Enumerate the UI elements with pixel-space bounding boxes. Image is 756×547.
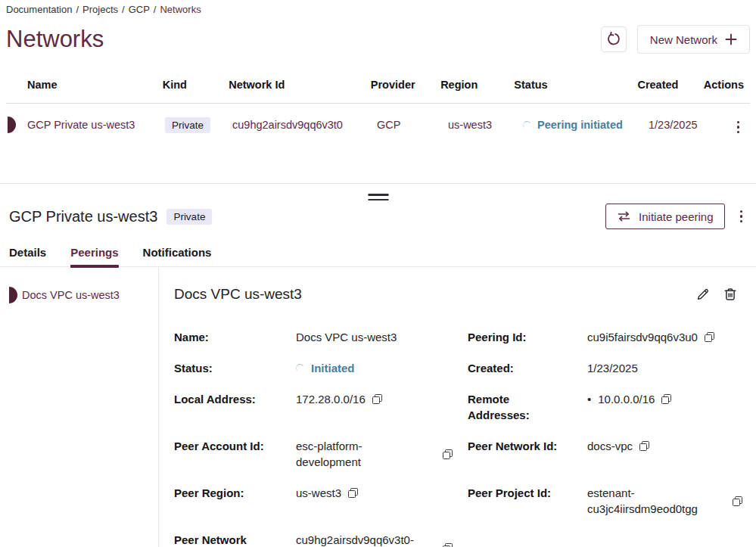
table-row[interactable]: GCP Private us-west3 Private cu9hg2airsd…: [6, 104, 750, 146]
networks-table: Name Kind Network Id Provider Region Sta…: [6, 66, 750, 146]
column-header-provider: Provider: [371, 79, 440, 91]
peering-name-label: Docs VPC us-west3: [22, 289, 120, 301]
peering-detail-header: Docs VPC us-west3: [174, 285, 750, 303]
top-section: Documentation/Projects/GCP/Networks Netw…: [0, 0, 756, 146]
field-label-status: Status:: [174, 360, 296, 376]
peering-marker-icon: [9, 287, 17, 303]
column-header-created: Created: [637, 79, 703, 91]
tab-details[interactable]: Details: [9, 238, 46, 266]
initiate-peering-label: Initiate peering: [639, 210, 713, 223]
copy-icon[interactable]: [372, 394, 382, 404]
breadcrumb-separator: /: [154, 4, 157, 15]
field-label-peering-id: Peering Id:: [468, 329, 587, 345]
field-value-peer-region: us-west3: [296, 485, 468, 501]
field-label-peer-project-id: Peer Project Id:: [468, 485, 587, 501]
field-value-peer-project-id: estenant-cu3jc4iirsdm9eod0tgg: [587, 485, 750, 517]
initiate-peering-button[interactable]: Initiate peering: [605, 204, 724, 229]
cell-region: us-west3: [448, 119, 523, 131]
refresh-icon: [606, 32, 621, 47]
cell-provider: GCP: [377, 119, 448, 131]
field-label-peer-account-id: Peer Account Id:: [174, 438, 296, 454]
plus-icon: [725, 33, 737, 45]
field-label-peer-network-name: Peer Network Name:: [174, 532, 296, 547]
network-marker-icon: [8, 117, 16, 133]
cell-status: Peering initiated: [523, 119, 649, 131]
network-detail-panel: GCP Private us-west3 Private Initiate pe…: [0, 183, 756, 547]
field-value-name: Docs VPC us-west3: [296, 329, 468, 345]
networks-table-header: Name Kind Network Id Provider Region Sta…: [6, 66, 750, 104]
field-label-name: Name:: [174, 329, 296, 345]
field-label-peer-network-id: Peer Network Id:: [468, 438, 587, 454]
panel-kind-badge: Private: [166, 209, 212, 225]
field-label-remote-addresses: Remote Addresses:: [468, 391, 587, 423]
copy-icon[interactable]: [661, 394, 671, 404]
tab-peerings[interactable]: Peerings: [70, 238, 118, 266]
copy-icon[interactable]: [443, 543, 453, 547]
page-header: Networks New Network: [6, 23, 750, 55]
sidebar-item-docs-vpc[interactable]: Docs VPC us-west3: [0, 287, 158, 303]
refresh-button[interactable]: [601, 26, 627, 52]
peering-detail-title: Docs VPC us-west3: [174, 285, 302, 303]
field-value-created: 1/23/2025: [587, 360, 750, 376]
page-title: Networks: [6, 24, 104, 54]
cell-kind: Private: [165, 117, 232, 133]
swap-arrows-icon: [617, 211, 631, 222]
field-value-status: Initiated: [296, 360, 468, 376]
field-label-local-address: Local Address:: [174, 391, 296, 407]
field-label-created: Created:: [468, 360, 587, 376]
peering-detail-grid: Name: Docs VPC us-west3 Peering Id: cu9i…: [174, 329, 750, 547]
panel-title: GCP Private us-west3: [9, 206, 157, 227]
panel-header: GCP Private us-west3 Private Initiate pe…: [0, 184, 756, 229]
breadcrumb-item-projects[interactable]: Projects: [82, 4, 118, 15]
cell-created: 1/23/2025: [649, 119, 716, 131]
pencil-icon: [695, 287, 711, 302]
new-network-button[interactable]: New Network: [637, 25, 750, 54]
panel-actions: Initiate peering: [605, 204, 747, 229]
row-kebab-menu-icon[interactable]: [733, 118, 745, 137]
peering-detail-actions: [694, 285, 750, 303]
cell-network-name[interactable]: GCP Private us-west3: [27, 119, 165, 131]
status-spinner-icon: [522, 120, 531, 129]
column-header-actions: Actions: [704, 79, 750, 91]
trash-icon: [723, 287, 738, 302]
copy-icon[interactable]: [639, 441, 649, 451]
tab-notifications[interactable]: Notifications: [143, 238, 212, 266]
column-header-network-id: Network Id: [229, 79, 371, 91]
kind-badge: Private: [165, 117, 210, 133]
bullet-icon: •: [587, 391, 591, 407]
column-header-name: Name: [27, 79, 163, 91]
copy-icon[interactable]: [443, 449, 453, 459]
new-network-label: New Network: [650, 33, 717, 46]
copy-icon[interactable]: [705, 332, 714, 342]
copy-icon[interactable]: [733, 496, 742, 506]
breadcrumb-item-networks: Networks: [160, 4, 201, 15]
breadcrumb-item-documentation[interactable]: Documentation: [6, 4, 72, 15]
field-value-peering-id: cu9i5fairsdv9qq6v3u0: [587, 329, 750, 345]
status-spinner-icon: [295, 363, 304, 372]
cell-network-id: cu9hg2airsdv9qq6v3t0: [232, 119, 377, 131]
panel-kebab-menu-icon[interactable]: [736, 207, 748, 226]
field-value-peer-network-name: cu9hg2airsdv9qq6v3t0-vpc: [296, 532, 468, 547]
field-value-local-address: 172.28.0.0/16: [296, 391, 468, 407]
field-value-peer-account-id: esc-platform-development: [296, 438, 468, 470]
column-header-kind: Kind: [163, 79, 229, 91]
breadcrumb-item-gcp[interactable]: GCP: [129, 4, 150, 15]
field-value-peer-network-id: docs-vpc: [587, 438, 750, 454]
field-label-peer-region: Peer Region:: [174, 485, 296, 501]
breadcrumb-separator: /: [122, 4, 125, 15]
cell-actions: [716, 113, 750, 136]
field-value-remote-addresses: •10.0.0.0/16: [587, 391, 750, 407]
detail-tabs: Details Peerings Notifications: [0, 238, 756, 267]
copy-icon[interactable]: [348, 488, 358, 498]
status-text: Initiated: [311, 360, 355, 376]
status-text: Peering initiated: [537, 119, 623, 131]
peerings-sidebar: Docs VPC us-west3: [0, 267, 159, 547]
peering-detail: Docs VPC us-west3: [159, 267, 756, 547]
peerings-content: Docs VPC us-west3 Docs VPC us-west3: [0, 267, 756, 547]
edit-button[interactable]: [694, 285, 712, 303]
column-header-status: Status: [514, 79, 637, 91]
breadcrumb-separator: /: [76, 4, 79, 15]
delete-button[interactable]: [721, 285, 739, 303]
panel-resize-handle[interactable]: [366, 192, 390, 202]
breadcrumb: Documentation/Projects/GCP/Networks: [6, 4, 750, 16]
